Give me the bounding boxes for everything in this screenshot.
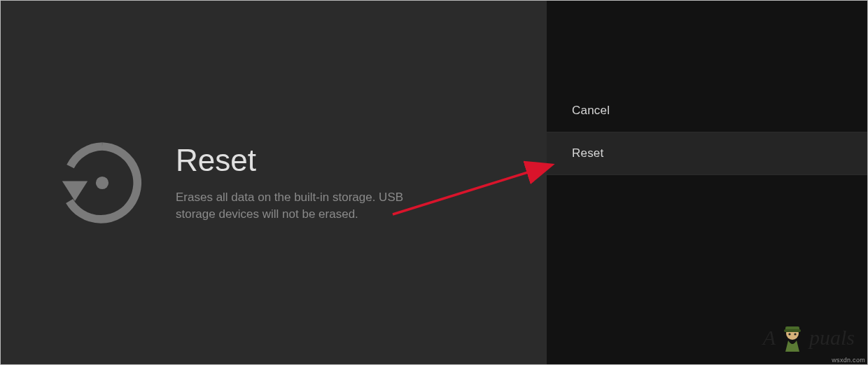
source-attribution: wsxdn.com <box>832 357 865 364</box>
svg-point-1 <box>96 176 108 188</box>
page-subtitle: Erases all data on the built-in storage.… <box>176 189 442 223</box>
cancel-button[interactable]: Cancel <box>547 88 867 132</box>
reset-button[interactable]: Reset <box>547 132 867 175</box>
info-panel: Reset Erases all data on the built-in st… <box>1 1 547 364</box>
restore-icon <box>57 137 148 228</box>
svg-marker-0 <box>62 181 88 201</box>
settings-dialog: Reset Erases all data on the built-in st… <box>0 0 868 365</box>
options-panel: Cancel Reset <box>547 1 867 364</box>
page-title: Reset <box>176 143 442 178</box>
title-block: Reset Erases all data on the built-in st… <box>176 143 442 223</box>
